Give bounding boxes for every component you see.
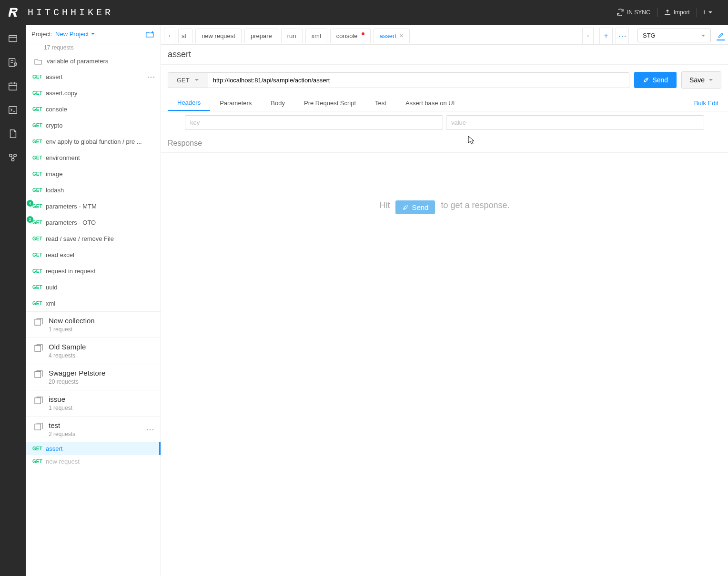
sidebar-collection[interactable]: Swagger Petstore20 requests	[26, 364, 161, 390]
sidebar-item[interactable]: GETnew request	[26, 455, 161, 468]
item-name: assert	[46, 445, 154, 452]
import-button[interactable]: Import	[657, 0, 697, 25]
rail-stress-icon[interactable]	[8, 105, 18, 115]
add-collection-button[interactable]	[145, 30, 155, 38]
item-name: read / save / remove File	[46, 235, 147, 242]
sidebar-item[interactable]: GETenv apply to global function / pre ..…	[26, 133, 161, 149]
response-header: Response	[161, 134, 728, 153]
method-select[interactable]: GET	[168, 72, 208, 88]
sidebar-collection[interactable]: Old Sample4 requests	[26, 338, 161, 364]
url-input[interactable]	[208, 72, 630, 88]
chevron-down-icon	[701, 33, 706, 38]
sidebar-item[interactable]: 4GETparameters - MTM⋯	[26, 198, 161, 214]
rail-schedule-icon[interactable]	[8, 81, 18, 91]
sidebar-item[interactable]: GETassert.copy⋯	[26, 85, 161, 101]
item-name: assert	[46, 73, 147, 80]
save-button[interactable]: Save	[681, 71, 721, 89]
sidebar-item[interactable]: GETrequest in request⋯	[26, 263, 161, 279]
item-more-icon[interactable]: ⋯	[147, 71, 156, 82]
rail-collections-icon[interactable]	[8, 33, 18, 44]
tab[interactable]: console	[330, 29, 371, 43]
sidebar-item[interactable]: GETcrypto⋯	[26, 117, 161, 133]
sidebar-item[interactable]: GETassert⋯	[26, 69, 161, 85]
sidebar-collection[interactable]: issue1 request	[26, 390, 161, 416]
sidebar-item[interactable]: GETread / save / remove File⋯	[26, 230, 161, 247]
environment-select[interactable]: STG	[637, 29, 711, 42]
collection-sub: 2 requests	[49, 431, 75, 437]
sidebar-collection[interactable]: New collection1 request	[26, 311, 161, 338]
logo-text: HITCHHIKER	[28, 7, 113, 18]
edit-environment-button[interactable]	[717, 31, 725, 40]
sidebar-item[interactable]: GETlodash⋯	[26, 182, 161, 198]
sidebar-collection[interactable]: test2 requests⋯	[26, 416, 161, 442]
project-selector[interactable]: New Project	[55, 30, 95, 38]
tab-label: assert	[380, 32, 396, 40]
svg-rect-3	[9, 83, 17, 90]
sidebar-item[interactable]: GETconsole⋯	[26, 101, 161, 117]
subtab[interactable]: Assert base on UI	[396, 96, 464, 110]
requests-count: 17 requests	[26, 43, 161, 54]
sidebar-item[interactable]: GETimage⋯	[26, 166, 161, 182]
sync-status[interactable]: IN SYNC	[610, 0, 657, 25]
sidebar-item[interactable]: GETread excel⋯	[26, 247, 161, 263]
method-label: GET	[32, 107, 46, 112]
tabs-scroll-left[interactable]: ‹	[164, 28, 175, 44]
svg-rect-8	[35, 319, 40, 325]
rail-team-icon[interactable]	[8, 57, 18, 68]
tab[interactable]: run	[281, 29, 303, 43]
svg-rect-12	[35, 424, 40, 430]
method-label: GET	[32, 459, 46, 464]
tabs-scroll-right[interactable]: ›	[582, 28, 594, 44]
svg-rect-11	[35, 398, 40, 404]
collection-title: test	[49, 421, 75, 429]
collection-sub: 1 request	[49, 405, 72, 411]
bulk-edit-link[interactable]: Bulk Edit	[691, 96, 721, 110]
svg-rect-4	[9, 107, 17, 114]
tab-more-button[interactable]: ⋯	[616, 28, 629, 44]
header-value-input[interactable]	[446, 115, 704, 130]
upload-icon	[664, 9, 671, 16]
close-icon[interactable]: ✕	[399, 33, 404, 39]
sidebar-item[interactable]: 2GETparameters - OTO⋯	[26, 214, 161, 230]
subtab[interactable]: Body	[261, 96, 294, 110]
subtab[interactable]: Test	[365, 96, 396, 110]
header-key-input[interactable]	[185, 115, 443, 130]
chevron-down-icon	[91, 31, 95, 36]
subtab[interactable]: Pre Request Script	[294, 96, 365, 110]
method-label: GET	[32, 220, 46, 225]
sidebar-item[interactable]: GETuuid⋯	[26, 279, 161, 295]
unsaved-dot-icon	[362, 32, 364, 35]
item-name: parameters - MTM	[46, 203, 147, 210]
tab[interactable]: xml	[305, 29, 327, 43]
collection-icon	[34, 423, 43, 430]
sidebar-item[interactable]: GETenvironment⋯	[26, 149, 161, 166]
tab[interactable]: prepare	[244, 29, 278, 43]
collection-icon	[34, 370, 43, 378]
item-name: new request	[46, 458, 156, 465]
new-tab-button[interactable]: ＋	[599, 28, 613, 44]
sidebar-folder[interactable]: variable of parameters	[26, 54, 161, 69]
collection-more-icon[interactable]: ⋯	[146, 424, 155, 435]
sidebar-item[interactable]: GETxml⋯	[26, 295, 161, 311]
send-button[interactable]: Send	[634, 72, 677, 88]
rail-doc-icon[interactable]	[8, 129, 18, 139]
method-label: GET	[32, 74, 46, 79]
collection-icon	[34, 397, 43, 404]
tab[interactable]: new request	[195, 29, 242, 43]
tab-partial[interactable]: st	[178, 29, 192, 43]
tab[interactable]: assert✕	[374, 29, 410, 43]
sidebar-item[interactable]: GETassert	[26, 442, 161, 455]
method-label: GET	[32, 268, 46, 274]
tabs-row: ‹ st new requestpreparerunxmlconsoleasse…	[161, 25, 728, 45]
item-name: xml	[46, 300, 147, 307]
rail-api-icon[interactable]	[8, 152, 18, 163]
chevron-down-icon	[708, 10, 713, 15]
user-menu[interactable]: t	[697, 0, 719, 25]
tab-label: xml	[312, 32, 321, 40]
subtab[interactable]: Headers	[168, 95, 210, 111]
svg-rect-0	[9, 36, 17, 42]
item-name: read excel	[46, 251, 147, 258]
response-send-hint[interactable]: Send	[395, 200, 435, 214]
collection-sub: 4 requests	[49, 352, 86, 359]
subtab[interactable]: Parameters	[210, 96, 261, 110]
